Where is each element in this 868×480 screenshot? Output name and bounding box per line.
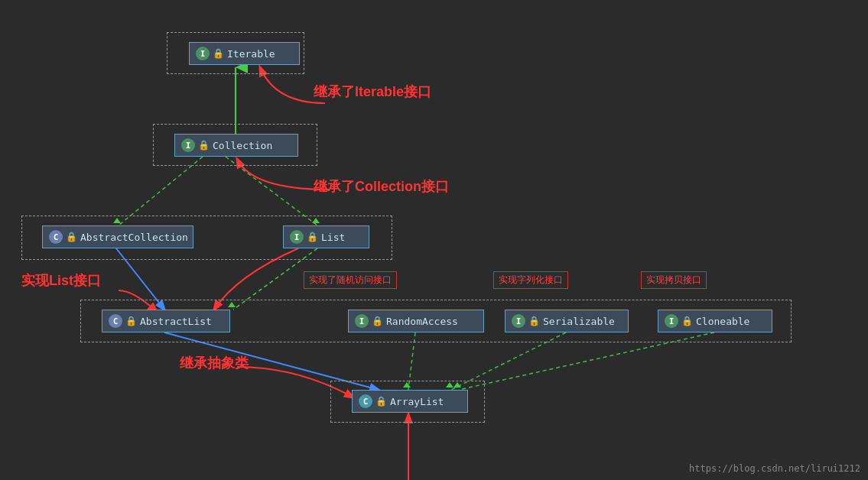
- label-implements-serializable: 实现字列化接口: [493, 271, 568, 289]
- arraylist-label: ArrayList: [390, 396, 444, 407]
- serializable-badge: I: [512, 314, 525, 328]
- serializable-lock-icon: 🔒: [528, 316, 540, 326]
- arraylist-lock-icon: 🔒: [375, 396, 387, 407]
- iterable-badge: I: [196, 47, 210, 60]
- abstractlist-node: C 🔒 AbstractList: [102, 310, 230, 332]
- label-implements-cloneable: 实现拷贝接口: [641, 271, 707, 289]
- randomaccess-node: I 🔒 RandomAccess: [348, 310, 484, 332]
- arraylist-badge: C: [359, 394, 372, 408]
- abstractcollection-lock-icon: 🔒: [66, 232, 77, 242]
- list-node: I 🔒 List: [283, 225, 369, 248]
- watermark: https://blog.csdn.net/lirui1212: [689, 463, 860, 474]
- randomaccess-label: RandomAccess: [386, 316, 458, 327]
- cloneable-badge: I: [665, 314, 678, 328]
- iterable-node: I 🔒 Iterable: [189, 42, 300, 65]
- list-label: List: [321, 232, 345, 243]
- collection-lock-icon: 🔒: [198, 140, 210, 151]
- iterable-lock-icon: 🔒: [213, 48, 224, 59]
- randomaccess-lock-icon: 🔒: [372, 316, 383, 326]
- cloneable-label: Cloneable: [696, 316, 749, 327]
- collection-badge: I: [181, 138, 195, 152]
- cloneable-node: I 🔒 Cloneable: [658, 310, 772, 332]
- abstractcollection-badge: C: [49, 230, 63, 244]
- abstractlist-badge: C: [109, 314, 122, 328]
- arraylist-node: C 🔒 ArrayList: [352, 390, 468, 413]
- annotation-implements-list: 实现List接口: [21, 271, 101, 290]
- annotation-inherits-abstract: 继承抽象类: [180, 354, 249, 372]
- list-lock-icon: 🔒: [307, 232, 318, 242]
- cloneable-lock-icon: 🔒: [681, 316, 693, 326]
- serializable-node: I 🔒 Serializable: [505, 310, 629, 332]
- abstractcollection-label: AbstractCollection: [80, 232, 188, 243]
- randomaccess-badge: I: [355, 314, 369, 328]
- abstractcollection-node: C 🔒 AbstractCollection: [42, 225, 193, 248]
- collection-label: Collection: [213, 140, 272, 151]
- iterable-label: Iterable: [227, 48, 275, 60]
- serializable-label: Serializable: [543, 316, 615, 327]
- annotation-inherits-iterable: 继承了Iterable接口: [314, 83, 431, 101]
- list-badge: I: [290, 230, 304, 244]
- abstractlist-lock-icon: 🔒: [125, 316, 137, 326]
- label-implements-random: 实现了随机访问接口: [304, 271, 397, 289]
- collection-node: I 🔒 Collection: [174, 134, 298, 157]
- annotation-inherits-collection: 继承了Collection接口: [314, 177, 449, 196]
- abstractlist-label: AbstractList: [140, 316, 212, 327]
